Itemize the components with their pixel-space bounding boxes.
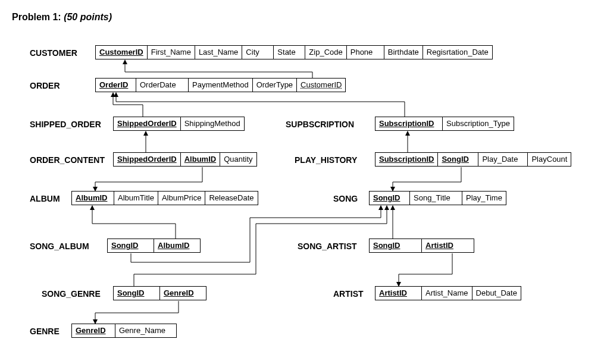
entity-label-order-content: ORDER_CONTENT bbox=[30, 155, 105, 165]
table-shipped-order: ShippedOrderID ShippingMethod bbox=[113, 117, 245, 131]
entity-label-play-history: PLAY_HISTORY bbox=[295, 155, 357, 165]
col-birthdate: Birthdate bbox=[384, 46, 423, 59]
col-album-title: AlbumTitle bbox=[114, 192, 158, 205]
col-ph-play-count: PlayCount bbox=[528, 153, 571, 166]
col-zip: Zip_Code bbox=[305, 46, 346, 59]
col-sar-artist-id: ArtistID bbox=[422, 239, 474, 252]
table-song-artist: SongID ArtistID bbox=[369, 239, 474, 253]
col-genre-name: Genre_Name bbox=[115, 324, 176, 337]
col-song-title: Song_Title bbox=[410, 192, 462, 205]
col-sa-song-id: SongID bbox=[108, 239, 154, 252]
col-song-id: SongID bbox=[370, 192, 410, 205]
col-shipped-order-id: ShippedOrderID bbox=[114, 117, 181, 130]
table-album: AlbumID AlbumTitle AlbumPrice ReleaseDat… bbox=[71, 191, 258, 205]
entity-label-order: ORDER bbox=[30, 81, 60, 90]
col-release-date: ReleaseDate bbox=[205, 192, 257, 205]
col-oc-shipped-order-id: ShippedOrderID bbox=[114, 153, 181, 166]
col-ph-play-date: Play_Date bbox=[478, 153, 528, 166]
problem-title: Problem 1: (50 points) bbox=[12, 12, 592, 23]
col-customer-id: CustomerID bbox=[96, 46, 148, 59]
col-album-id: AlbumID bbox=[72, 192, 114, 205]
col-genre-id: GenreID bbox=[72, 324, 115, 337]
entity-label-subscription: SUPBSCRIPTION bbox=[286, 120, 354, 129]
col-payment-method: PaymentMethod bbox=[189, 79, 253, 92]
entity-label-shipped-order: SHIPPED_ORDER bbox=[30, 120, 101, 129]
col-debut-date: Debut_Date bbox=[472, 287, 521, 300]
col-sg-genre-id: GenreID bbox=[160, 287, 206, 300]
col-sa-album-id: AlbumID bbox=[154, 239, 200, 252]
entity-label-genre: GENRE bbox=[30, 327, 60, 336]
col-city: City bbox=[242, 46, 274, 59]
col-last-name: Last_Name bbox=[195, 46, 242, 59]
entity-label-song-artist: SONG_ARTIST bbox=[298, 241, 357, 251]
col-oc-quantity: Quantity bbox=[220, 153, 256, 166]
entity-label-song-album: SONG_ALBUM bbox=[30, 241, 89, 251]
col-regdate: Regisrtation_Date bbox=[423, 46, 492, 59]
table-order-content: ShippedOrderID AlbumID Quantity bbox=[113, 152, 257, 167]
entity-label-artist: ARTIST bbox=[333, 289, 364, 299]
table-order: OrderID OrderDate PaymentMethod OrderTyp… bbox=[95, 78, 346, 92]
table-genre: GenreID Genre_Name bbox=[71, 324, 177, 338]
col-sar-song-id: SongID bbox=[370, 239, 422, 252]
col-subscription-id: SubscriptionID bbox=[375, 117, 443, 130]
col-order-id: OrderID bbox=[96, 79, 136, 92]
col-artist-id: ArtistID bbox=[375, 287, 422, 300]
col-oc-album-id: AlbumID bbox=[181, 153, 220, 166]
col-order-customerid: CustomerID bbox=[297, 79, 345, 92]
col-ph-song-id: SongID bbox=[438, 153, 478, 166]
col-order-date: OrderDate bbox=[136, 79, 189, 92]
table-song: SongID Song_Title Play_Time bbox=[369, 191, 506, 205]
col-first-name: First_Name bbox=[148, 46, 195, 59]
col-play-time: Play_Time bbox=[462, 192, 506, 205]
entity-label-song-genre: SONG_GENRE bbox=[42, 289, 101, 299]
entity-label-album: ALBUM bbox=[30, 194, 60, 203]
table-song-genre: SongID GenreID bbox=[113, 286, 206, 300]
table-subscription: SubscriptionID Subscription_Type bbox=[375, 117, 514, 131]
table-customer: CustomerID First_Name Last_Name City Sta… bbox=[95, 45, 493, 59]
col-order-type: OrderType bbox=[253, 79, 297, 92]
entity-label-song: SONG bbox=[333, 194, 358, 203]
col-shipping-method: ShippingMethod bbox=[181, 117, 244, 130]
table-artist: ArtistID Artist_Name Debut_Date bbox=[375, 286, 521, 300]
col-sg-song-id: SongID bbox=[114, 287, 160, 300]
col-subscription-type: Subscription_Type bbox=[443, 117, 514, 130]
col-phone: Phone bbox=[347, 46, 384, 59]
col-artist-name: Artist_Name bbox=[422, 287, 472, 300]
title-prefix: Problem 1: bbox=[12, 12, 61, 22]
col-album-price: AlbumPrice bbox=[158, 192, 205, 205]
table-song-album: SongID AlbumID bbox=[107, 239, 201, 253]
col-ph-subscription-id: SubscriptionID bbox=[375, 153, 438, 166]
table-play-history: SubscriptionID SongID Play_Date PlayCoun… bbox=[375, 152, 571, 167]
col-state: State bbox=[274, 46, 305, 59]
title-points: (50 points) bbox=[64, 12, 112, 22]
entity-label-customer: CUSTOMER bbox=[30, 48, 77, 58]
er-diagram: CUSTOMER CustomerID First_Name Last_Name… bbox=[12, 39, 592, 364]
